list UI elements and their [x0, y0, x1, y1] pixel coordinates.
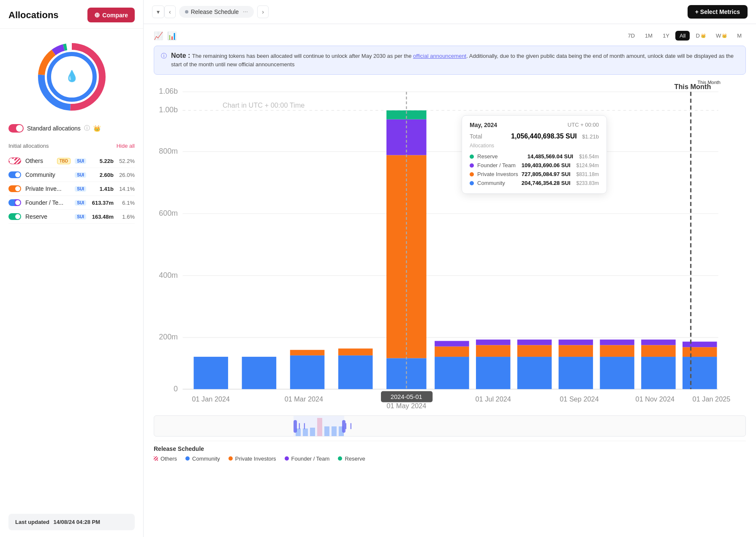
svg-rect-56: [683, 342, 717, 347]
svg-text:800m: 800m: [159, 147, 178, 155]
filter-w-button[interactable]: W 👑: [712, 31, 731, 41]
legend-dot-community: [185, 456, 190, 461]
tooltip-item-community: Community 204,746,354.28 SUI $233.83m: [470, 179, 599, 187]
filter-all-button[interactable]: All: [675, 31, 690, 41]
tooltip-founder-team-value: 109,403,690.06 SUI: [522, 162, 571, 168]
filter-1y-button[interactable]: 1Y: [658, 31, 674, 41]
legend-dot-reserve: [338, 456, 342, 461]
reserve-name: Reserve: [25, 213, 71, 220]
svg-text:01 Jan 2024: 01 Jan 2024: [192, 395, 230, 403]
filter-d-button[interactable]: D 👑: [691, 31, 710, 41]
info-icon[interactable]: ⓘ: [84, 125, 90, 132]
svg-text:200m: 200m: [159, 333, 178, 341]
standard-allocations-label: Standard allocations: [27, 125, 81, 132]
tooltip-date: May, 2024: [470, 122, 497, 128]
expand-down-button[interactable]: ▾: [152, 5, 164, 18]
hide-all-button[interactable]: Hide all: [117, 143, 135, 149]
svg-text:2024-05-01: 2024-05-01: [391, 393, 422, 400]
svg-rect-75[interactable]: [294, 420, 297, 433]
page-title: Allocations: [8, 10, 59, 21]
founder-team-value: 613.37m: [90, 200, 114, 206]
nav-arrows: ‹: [164, 5, 176, 18]
svg-text:💧: 💧: [65, 69, 79, 83]
nav-prev-button[interactable]: ‹: [164, 5, 176, 18]
reserve-sui-badge: SUI: [75, 214, 86, 220]
svg-rect-44: [517, 339, 552, 345]
private-investors-sui-badge: SUI: [75, 186, 86, 192]
others-toggle[interactable]: [8, 157, 21, 164]
svg-rect-25: [290, 355, 325, 389]
left-panel: Allocations ⊕ Compare 💧: [0, 0, 144, 537]
line-chart-icon-button[interactable]: 📈: [154, 31, 163, 41]
svg-rect-42: [517, 357, 552, 389]
founder-team-name: Founder / Te...: [25, 199, 71, 206]
svg-text:400m: 400m: [159, 271, 178, 279]
tooltip-item-reserve: Reserve 14,485,569.04 SUI $16.54m: [470, 152, 599, 161]
filter-7d-button[interactable]: 7D: [623, 31, 639, 41]
community-pct: 26.0%: [118, 172, 135, 178]
filter-m-button[interactable]: M: [733, 31, 746, 41]
community-toggle[interactable]: [8, 171, 21, 178]
svg-text:01 Sep 2024: 01 Sep 2024: [560, 395, 598, 403]
note-label: Note :: [171, 52, 190, 59]
alloc-item-community: Community SUI 2.60b 26.0%: [8, 168, 135, 182]
tooltip-community-usd: $233.83m: [577, 180, 599, 186]
others-pct: 52.2%: [118, 158, 135, 164]
right-panel: ▾ ‹ Release Schedule ⋯ › + Select Metric…: [144, 0, 756, 537]
community-value: 2.60b: [90, 172, 114, 178]
svg-rect-27: [338, 355, 373, 389]
tab-label: Release Schedule: [191, 8, 239, 15]
this-month-label: This Month: [698, 80, 721, 85]
note-text: The remaining tokens has been allocated …: [171, 53, 734, 68]
others-value: 5.22b: [90, 158, 114, 164]
legend-label-reserve: Reserve: [345, 456, 365, 462]
tooltip-header: May, 2024 UTC + 00:00: [470, 122, 599, 128]
svg-rect-28: [338, 349, 373, 355]
bar-chart-icon-button[interactable]: 📊: [167, 31, 177, 41]
nav-next-button[interactable]: ›: [257, 5, 269, 18]
legend-item-founder-team: Founder / Team: [285, 456, 330, 462]
legend-items: Others Community Private Investors Found…: [154, 456, 746, 462]
chart-area: 📈 📊 7D 1M 1Y All D 👑 W 👑 M ⓘ Note : The …: [144, 24, 756, 537]
svg-text:01 Nov 2024: 01 Nov 2024: [636, 395, 674, 403]
tooltip-item-private-investors: Private Investors 727,805,084.97 SUI $83…: [470, 170, 599, 179]
donut-area: 💧: [0, 29, 143, 122]
private-investors-value: 1.41b: [90, 186, 114, 192]
tooltip-tz: UTC + 00:00: [568, 122, 599, 128]
svg-rect-48: [600, 357, 634, 389]
reserve-value: 163.48m: [90, 214, 114, 220]
svg-rect-54: [683, 357, 717, 389]
svg-rect-55: [683, 347, 717, 357]
reserve-toggle[interactable]: [8, 213, 21, 220]
tooltip-founder-team-usd: $124.94m: [577, 163, 599, 168]
mini-chart[interactable]: ❙❙ ❙❙: [154, 415, 746, 437]
filter-1m-button[interactable]: 1M: [641, 31, 657, 41]
svg-rect-41: [476, 339, 511, 345]
svg-rect-23: [194, 357, 228, 389]
note-box: ⓘ Note : The remaining tokens has been a…: [154, 46, 746, 75]
founder-team-toggle[interactable]: [8, 199, 21, 206]
select-metrics-button[interactable]: + Select Metrics: [688, 5, 748, 19]
svg-text:❙❙: ❙❙: [297, 422, 307, 429]
svg-rect-45: [559, 357, 593, 389]
founder-team-sui-badge: SUI: [75, 200, 86, 206]
tooltip-dot-community: [470, 181, 474, 185]
legend-dot-others: [154, 456, 158, 461]
reserve-pct: 1.6%: [118, 214, 135, 220]
release-schedule-tab[interactable]: Release Schedule ⋯: [179, 6, 254, 18]
svg-text:01 Jul 2024: 01 Jul 2024: [476, 395, 511, 403]
legend-title: Release Schedule: [154, 445, 746, 452]
svg-rect-24: [242, 357, 277, 389]
private-investors-toggle[interactable]: [8, 185, 21, 192]
community-name: Community: [25, 171, 71, 178]
alloc-item-private-investors: Private Inve... SUI 1.41b 14.1%: [8, 182, 135, 196]
others-name: Others: [25, 157, 53, 164]
official-announcement-link[interactable]: official announcement: [413, 53, 466, 59]
compare-button[interactable]: ⊕ Compare: [87, 8, 135, 22]
svg-rect-47: [559, 339, 593, 345]
tab-more-icon[interactable]: ⋯: [243, 9, 248, 15]
svg-rect-26: [290, 350, 325, 355]
legend-item-others: Others: [154, 456, 177, 462]
alloc-item-founder-team: Founder / Te... SUI 613.37m 6.1%: [8, 196, 135, 210]
standard-allocations-toggle[interactable]: [8, 124, 24, 133]
